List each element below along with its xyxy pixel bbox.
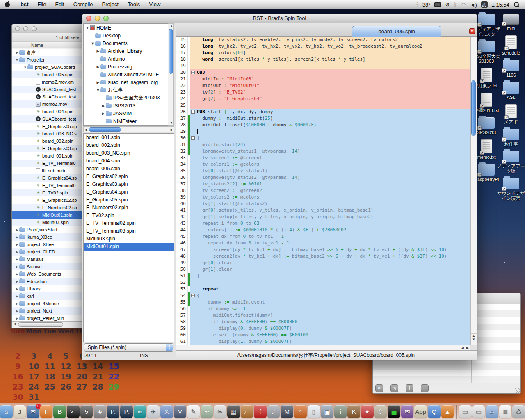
spin-file-item[interactable]: board_003_NG.spin	[84, 149, 174, 157]
code-line[interactable]: 19	[176, 63, 470, 69]
minimized-window-1-icon[interactable]: ▭	[459, 405, 472, 418]
virtualbox-icon[interactable]: V	[174, 405, 187, 418]
menu-app[interactable]: bst	[16, 0, 33, 9]
ipod-icon[interactable]: ▯	[308, 405, 320, 418]
bst-tree-horizontal-scrollbar[interactable]: ◀ ▶	[83, 126, 174, 132]
bst-titlebar[interactable]: BST - Brad's Spin Tool	[82, 14, 477, 23]
textedit-icon[interactable]: ✎	[187, 405, 200, 418]
tree-item[interactable]: ▶Archive_Library	[84, 47, 174, 55]
disclosure-closed-icon[interactable]: ▶	[96, 80, 100, 84]
spin-file-item[interactable]: board_002.spin	[84, 142, 174, 149]
back-button[interactable]: ←	[421, 384, 429, 392]
tool-window-resize-grip[interactable]	[515, 388, 520, 393]
menu-project[interactable]: Project	[98, 0, 123, 9]
xcode-icon[interactable]: X	[160, 405, 173, 418]
disclosure-closed-icon[interactable]: ▶	[15, 258, 19, 261]
transmit-icon[interactable]: ⇧	[374, 405, 387, 418]
fold-toggle-icon[interactable]: -	[191, 294, 195, 297]
code-line[interactable]: 59 display(0, dummy & $00007F)	[176, 325, 470, 332]
vlc-icon[interactable]: ▲	[441, 405, 454, 418]
code-line[interactable]: 41 gr[0].setup(x_tiles, y_tiles, x_origi…	[176, 207, 470, 214]
scroll-left-icon[interactable]: ◀	[14, 322, 16, 326]
bst-folder-tree[interactable]: ▼HOMEDesktop▼Documents▶Archive_LibraryAr…	[83, 23, 174, 126]
disclosure-closed-icon[interactable]: ▶	[15, 235, 19, 239]
itunes-icon[interactable]: ♫	[267, 405, 280, 418]
scroll-right-icon[interactable]: ▶	[171, 128, 173, 132]
scroll-left-icon[interactable]: ◀	[84, 128, 87, 132]
disclosure-closed-icon[interactable]: ▶	[15, 287, 19, 291]
spin-file-item[interactable]: E_TV_Terminal02.spin	[84, 219, 174, 227]
code-line[interactable]: 43 repeat i from 0 to 63	[176, 220, 470, 227]
arduino-icon[interactable]: ∞	[134, 405, 146, 418]
info-button[interactable]: i	[406, 384, 413, 392]
disclosure-closed-icon[interactable]: ▶	[96, 49, 100, 53]
code-line[interactable]: 55 dummy := midiIn.event	[176, 299, 470, 306]
disclosure-open-icon[interactable]: ▼	[96, 88, 100, 92]
folder-stack-icon[interactable]: ▱	[486, 405, 498, 418]
code-line[interactable]: 44 colors[i] := $00001010 * ( (i+4) & $F…	[176, 227, 470, 233]
cube-icon[interactable]: ◈	[94, 405, 106, 418]
desktop-icon--[interactable]: ↗メディアアーツ論	[497, 151, 525, 173]
processing-1-icon[interactable]: P.	[107, 405, 120, 418]
code-line[interactable]: 21 midiIn : "MidiIn03"	[176, 76, 470, 82]
disclosure-closed-icon[interactable]: ▶	[15, 265, 19, 269]
firefox-icon[interactable]: F	[40, 405, 53, 418]
disclosure-closed-icon[interactable]: ▶	[15, 250, 19, 254]
spin-file-item[interactable]: MidiOut01.spin	[84, 243, 174, 251]
desktop-icon-1106[interactable]: ↗1106	[497, 60, 525, 78]
bst-zoom-button[interactable]	[103, 16, 109, 21]
code-line[interactable]: 31 midiIn.start(24)	[176, 142, 470, 148]
spin-file-item[interactable]: E_Graphics04.spin	[84, 188, 174, 196]
input-method-icon[interactable]: あ	[481, 1, 488, 8]
disclosure-open-icon[interactable]: ▼	[85, 26, 90, 30]
code-line[interactable]: 47 screen1[dy * tv_hc1 + dx] := bitmap_b…	[176, 247, 470, 253]
bathyscaphe-icon[interactable]: B	[53, 405, 66, 418]
desktop-icon-mini[interactable]: ↗mini	[497, 14, 525, 31]
disclosure-closed-icon[interactable]: ▶	[101, 112, 106, 116]
documents-stack-icon[interactable]: ≣	[499, 405, 512, 418]
code-line[interactable]: 39 tv_colors2 := @colors	[176, 194, 470, 201]
menu-file[interactable]: File	[33, 0, 51, 9]
apple-menu-icon[interactable]	[5, 2, 10, 7]
desktop-icon--[interactable]: ↗お仕事	[497, 129, 525, 146]
menu-tools[interactable]: Tools	[123, 0, 144, 9]
code-line[interactable]: 30{-	[176, 135, 470, 142]
dropdown-stepper-icon[interactable]: ▲▼	[166, 344, 173, 351]
code-line[interactable]: 22 midiOut : "MidiOut01"	[176, 82, 470, 89]
pen-icon[interactable]: ✒	[201, 405, 213, 418]
code-line[interactable]: 57 midiOut.fifoset(dummy)	[176, 312, 470, 319]
spin-file-item[interactable]: E_TV02.spin	[84, 212, 174, 219]
editor-vscroll-thumb[interactable]	[471, 80, 476, 136]
spin-file-item[interactable]: E_Numbers02.spin	[84, 204, 174, 212]
bst-tree-vscroll-thumb[interactable]	[169, 29, 173, 74]
code-editor[interactable]: 15 long tv_status2, tv_enable2, tv_pins2…	[176, 37, 470, 345]
finder-zoom-button[interactable]	[32, 26, 37, 31]
displays-menu-icon[interactable]	[434, 2, 441, 7]
disclosure-closed-icon[interactable]: ▶	[15, 243, 19, 247]
desktop-icon--[interactable]: ↗サウンドデザイン演習	[497, 178, 525, 201]
code-line[interactable]: 60 elseif (dummy & $FFFF00) == $B00100	[176, 332, 470, 338]
code-line[interactable]: 32 longmove(@tv_status1, @tvparams, 14)	[176, 148, 470, 155]
code-line[interactable]: 61 display(1, dummy & $00007F)	[176, 338, 470, 345]
disclosure-closed-icon[interactable]: ▶	[101, 104, 106, 108]
spin-file-item[interactable]: E_Graphics02.spin	[84, 173, 174, 180]
disclosure-closed-icon[interactable]: ▶	[15, 294, 19, 298]
app-launcher-icon[interactable]: App	[414, 405, 427, 418]
disclosure-open-icon[interactable]: ▼	[90, 41, 95, 46]
finder-icon[interactable]: ⌂	[0, 405, 13, 418]
spin-file-item[interactable]: E_TV_Terminal03.spin	[84, 227, 174, 235]
quicktime-icon[interactable]: Q	[428, 405, 441, 418]
tree-item[interactable]: Xilisoft Xilisoft AVI MPE	[84, 71, 174, 78]
menu-clock[interactable]: ± 15:54	[492, 2, 509, 8]
temperature-indicator[interactable]: 38°	[422, 2, 431, 8]
minimized-window-2-icon[interactable]: ▭	[472, 405, 485, 418]
finder-minimize-button[interactable]	[23, 26, 28, 31]
clock-button[interactable]: ◷	[390, 384, 398, 392]
spin-file-item[interactable]: E_Graphics03.spin	[84, 180, 174, 188]
code-line[interactable]: 42 gr[1].setup(x_tiles, y_tiles, x_origi…	[176, 214, 470, 220]
spotlight-search-icon[interactable]	[514, 2, 519, 7]
spin-file-item[interactable]: board_001.spin	[84, 134, 174, 142]
spectrum-icon[interactable]: ▅	[388, 405, 400, 418]
menu-view[interactable]: View	[144, 0, 165, 9]
code-line[interactable]: 20OBJ-	[176, 69, 470, 76]
